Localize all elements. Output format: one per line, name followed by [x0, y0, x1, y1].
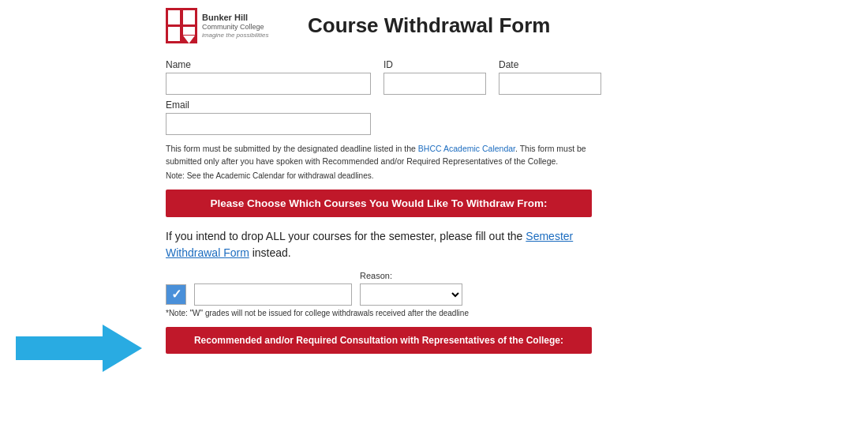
date-label: Date: [499, 59, 601, 70]
svg-rect-4: [183, 10, 195, 24]
checkmark-icon: ✓: [171, 288, 181, 301]
arrow-decoration: [0, 0, 158, 443]
email-field-group: Email: [166, 99, 371, 135]
logo-text: Bunker Hill Community College imagine th…: [202, 13, 269, 39]
email-label: Email: [166, 99, 371, 111]
course-section: Reason: ✓ Personal Medical Financial Oth…: [166, 271, 481, 309]
page-header: Bunker Hill Community College imagine th…: [166, 8, 844, 43]
date-field-group: Date: [499, 59, 601, 95]
id-field-group: ID: [383, 59, 486, 95]
w-grade-note: *Note: "W" grades will not be issued for…: [166, 309, 592, 317]
drop-all-text: If you intend to drop ALL your courses f…: [166, 228, 592, 261]
name-input[interactable]: [166, 73, 371, 95]
bhcc-calendar-link[interactable]: BHCC Academic Calendar: [418, 144, 515, 153]
page-title: Course Withdrawal Form: [308, 13, 550, 38]
reason-label: Reason:: [360, 271, 392, 280]
name-field-group: Name: [166, 59, 371, 95]
course-name-input[interactable]: [194, 283, 352, 306]
course-checkbox[interactable]: ✓: [166, 284, 186, 305]
consultation-banner: Recommended and/or Required Consultation…: [166, 327, 592, 354]
reason-select[interactable]: Personal Medical Financial Other: [360, 283, 462, 306]
logo-tagline: imagine the possibilities: [202, 32, 269, 39]
svg-rect-5: [183, 27, 195, 35]
date-input[interactable]: [499, 73, 601, 95]
id-label: ID: [383, 59, 486, 70]
logo-icon: [166, 8, 197, 43]
course-row: ✓ Personal Medical Financial Other: [166, 283, 481, 306]
email-input[interactable]: [166, 113, 371, 135]
drop-text-2: instead.: [249, 246, 291, 259]
info-text-1: This form must be submitted by the desig…: [166, 144, 418, 153]
name-label: Name: [166, 59, 371, 70]
info-paragraph: This form must be submitted by the desig…: [166, 143, 592, 168]
svg-rect-3: [168, 27, 180, 41]
logo-college-name: Bunker Hill: [202, 13, 269, 23]
logo-college-subtitle: Community College: [202, 23, 269, 32]
drop-text-1: If you intend to drop ALL your courses f…: [166, 230, 526, 242]
choose-courses-banner: Please Choose Which Courses You Would Li…: [166, 190, 592, 217]
name-id-date-row: Name ID Date: [166, 59, 844, 95]
note-text: Note: See the Academic Calendar for with…: [166, 171, 844, 180]
email-row: Email: [166, 99, 844, 135]
id-input[interactable]: [383, 73, 486, 95]
college-logo: Bunker Hill Community College imagine th…: [166, 8, 292, 43]
svg-rect-2: [168, 10, 180, 24]
svg-marker-0: [16, 325, 142, 372]
